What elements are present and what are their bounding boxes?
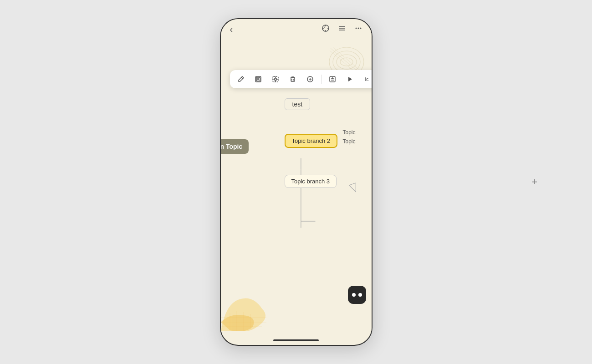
move-button[interactable]	[269, 73, 282, 86]
list-icon[interactable]	[338, 24, 346, 34]
phone-frame: ‹	[220, 18, 373, 346]
ai-bot-button[interactable]	[348, 286, 366, 304]
svg-line-33	[241, 77, 243, 79]
more-toolbar-button[interactable]: ic	[361, 73, 372, 86]
svg-point-11	[360, 28, 361, 29]
toolbar-divider	[321, 75, 322, 84]
text-button[interactable]	[326, 73, 339, 86]
delete-button[interactable]	[286, 73, 299, 86]
add-button[interactable]	[304, 73, 316, 86]
sub-node-1[interactable]: Topic	[343, 129, 356, 136]
root-node-label: test	[285, 98, 311, 110]
svg-rect-43	[291, 78, 295, 81]
home-indicator	[273, 339, 319, 341]
cursor-icon[interactable]	[322, 24, 330, 34]
svg-marker-53	[348, 77, 352, 81]
root-node[interactable]: test	[285, 98, 311, 110]
svg-line-5	[324, 27, 325, 28]
svg-line-30	[349, 183, 356, 185]
canvas-area[interactable]: test n Topic Topic branch 2 Topic Topic …	[221, 39, 372, 331]
sub-node-2[interactable]: Topic	[343, 138, 356, 145]
play-button[interactable]	[343, 73, 356, 86]
more-options-icon[interactable]	[354, 24, 362, 34]
canvas-add-icon[interactable]: +	[531, 176, 537, 188]
main-topic-label: n Topic	[221, 139, 249, 154]
top-nav-bar: ‹	[221, 19, 372, 39]
top-icons	[322, 24, 362, 34]
branch3-label: Topic branch 3	[285, 175, 337, 188]
ai-eye-left	[352, 293, 356, 297]
ai-bot-eyes	[352, 293, 362, 297]
svg-rect-35	[256, 77, 260, 81]
branch2-node[interactable]: Topic branch 2	[285, 134, 338, 148]
background-blob	[221, 277, 285, 331]
pencil-button[interactable]	[235, 73, 247, 86]
branch2-label: Topic branch 2	[285, 134, 338, 148]
main-topic-node[interactable]: n Topic	[221, 139, 249, 154]
layers-button[interactable]	[252, 73, 265, 86]
svg-line-31	[349, 185, 356, 192]
ai-eye-right	[358, 293, 362, 297]
branch3-node[interactable]: Topic branch 3	[285, 175, 337, 188]
floating-toolbar: ic	[230, 70, 372, 88]
svg-point-9	[355, 28, 357, 29]
back-button[interactable]: ‹	[230, 24, 233, 35]
svg-point-10	[357, 28, 359, 29]
